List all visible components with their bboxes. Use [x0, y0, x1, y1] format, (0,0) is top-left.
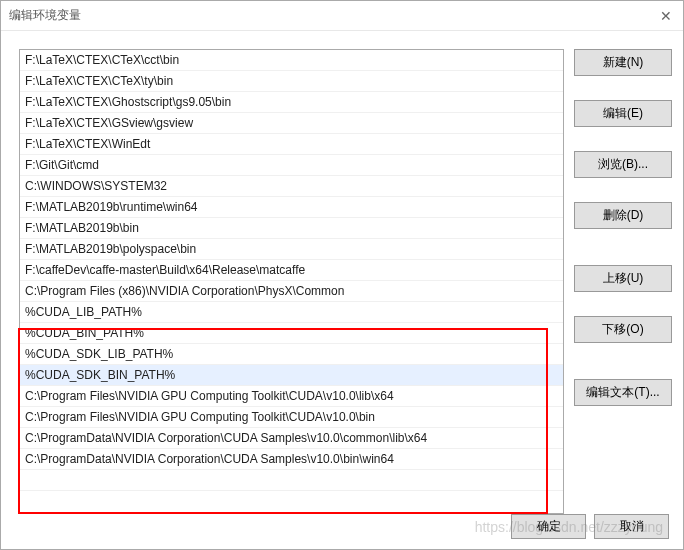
list-item[interactable]: %CUDA_SDK_BIN_PATH%	[20, 365, 563, 386]
list-item[interactable]: F:\MATLAB2019b\bin	[20, 218, 563, 239]
delete-button[interactable]: 删除(D)	[574, 202, 672, 229]
browse-button[interactable]: 浏览(B)...	[574, 151, 672, 178]
dialog-footer: 确定 取消	[511, 514, 669, 539]
dialog-title: 编辑环境变量	[9, 7, 81, 24]
list-item-empty[interactable]	[20, 470, 563, 491]
list-item[interactable]: F:\LaTeX\CTEX\CTeX\cct\bin	[20, 50, 563, 71]
list-item[interactable]: C:\ProgramData\NVIDIA Corporation\CUDA S…	[20, 449, 563, 470]
new-button[interactable]: 新建(N)	[574, 49, 672, 76]
dialog-content: F:\LaTeX\CTEX\CTeX\cct\binF:\LaTeX\CTEX\…	[1, 31, 683, 549]
list-item[interactable]: F:\LaTeX\CTEX\GSview\gsview	[20, 113, 563, 134]
list-item[interactable]: C:\Program Files\NVIDIA GPU Computing To…	[20, 407, 563, 428]
list-item[interactable]: C:\Program Files (x86)\NVIDIA Corporatio…	[20, 281, 563, 302]
dialog-window: 编辑环境变量 ✕ F:\LaTeX\CTEX\CTeX\cct\binF:\La…	[0, 0, 684, 550]
list-item[interactable]: F:\MATLAB2019b\polyspace\bin	[20, 239, 563, 260]
list-item[interactable]: F:\caffeDev\caffe-master\Build\x64\Relea…	[20, 260, 563, 281]
list-item[interactable]: C:\ProgramData\NVIDIA Corporation\CUDA S…	[20, 428, 563, 449]
list-item[interactable]: %CUDA_SDK_LIB_PATH%	[20, 344, 563, 365]
list-item[interactable]: F:\LaTeX\CTEX\Ghostscript\gs9.05\bin	[20, 92, 563, 113]
movedown-button[interactable]: 下移(O)	[574, 316, 672, 343]
list-item[interactable]: F:\LaTeX\CTEX\CTeX\ty\bin	[20, 71, 563, 92]
ok-button[interactable]: 确定	[511, 514, 586, 539]
close-icon[interactable]: ✕	[657, 7, 675, 25]
list-item[interactable]: F:\LaTeX\CTEX\WinEdt	[20, 134, 563, 155]
edit-button[interactable]: 编辑(E)	[574, 100, 672, 127]
titlebar: 编辑环境变量 ✕	[1, 1, 683, 31]
list-item[interactable]: %CUDA_LIB_PATH%	[20, 302, 563, 323]
cancel-button[interactable]: 取消	[594, 514, 669, 539]
side-button-column: 新建(N) 编辑(E) 浏览(B)... 删除(D) 上移(U) 下移(O) 编…	[574, 49, 672, 414]
edittext-button[interactable]: 编辑文本(T)...	[574, 379, 672, 406]
list-item[interactable]: C:\WINDOWS\SYSTEM32	[20, 176, 563, 197]
list-item[interactable]: F:\Git\Git\cmd	[20, 155, 563, 176]
list-item[interactable]: %CUDA_BIN_PATH%	[20, 323, 563, 344]
list-item[interactable]: C:\Program Files\NVIDIA GPU Computing To…	[20, 386, 563, 407]
path-listbox[interactable]: F:\LaTeX\CTEX\CTeX\cct\binF:\LaTeX\CTEX\…	[19, 49, 564, 514]
list-item[interactable]: F:\MATLAB2019b\runtime\win64	[20, 197, 563, 218]
moveup-button[interactable]: 上移(U)	[574, 265, 672, 292]
